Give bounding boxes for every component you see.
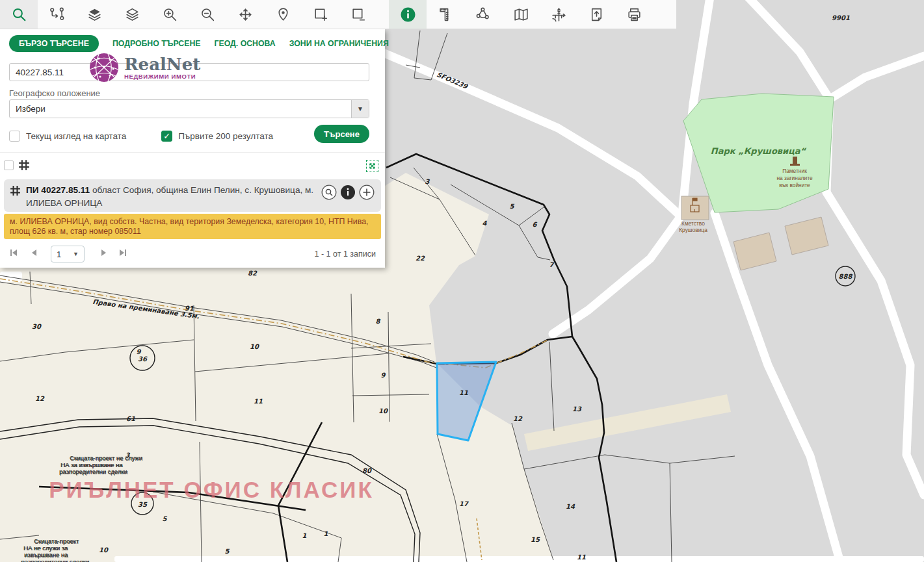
route-icon (49, 6, 65, 23)
svg-text:7: 7 (549, 261, 555, 268)
grid-icon[interactable] (18, 159, 30, 173)
next-page-button[interactable] (99, 248, 108, 257)
layers-outline-tool-button[interactable] (113, 0, 151, 29)
prev-page-button[interactable] (30, 248, 39, 257)
result-details: м. ИЛИЕВА ОРНИЦА, вид собств. Частна, ви… (4, 214, 381, 239)
location-tool-button[interactable] (264, 0, 302, 29)
export-tool-button[interactable] (577, 0, 615, 29)
geo-position-select[interactable]: Избери ▼ (9, 99, 369, 118)
svg-text:80: 80 (362, 467, 372, 474)
coordinates-icon (551, 6, 567, 23)
svg-text:12: 12 (513, 415, 523, 422)
measure-area-icon (475, 6, 492, 23)
park-label: Парк „Крушовица“ (711, 146, 807, 156)
svg-text:1: 1 (324, 530, 328, 537)
svg-text:12: 12 (35, 395, 45, 402)
result-info-icon[interactable] (340, 185, 356, 200)
svg-text:17: 17 (459, 500, 469, 507)
map-sheets-tool-button[interactable] (502, 0, 540, 29)
tab-geodetic-basis[interactable]: ГЕОД. ОСНОВА (214, 39, 275, 48)
townhall-label: КметствоКрушовица (679, 220, 707, 233)
page-select[interactable]: 1 ▼ (51, 246, 85, 262)
svg-text:15: 15 (531, 536, 540, 543)
svg-text:5: 5 (510, 203, 515, 210)
remove-extent-tool-button[interactable] (339, 0, 377, 29)
result-list-header (4, 159, 381, 173)
map-watermark: РИЪЛНЕТ ОФИС КЛАСИК (49, 477, 374, 502)
measure-length-tool-button[interactable] (427, 0, 464, 29)
svg-text:Паметник: Паметник (782, 168, 807, 174)
tab-restriction-zones[interactable]: ЗОНИ НА ОГРАНИЧЕНИЯ (289, 39, 389, 48)
route-tool-button[interactable] (38, 0, 75, 29)
map-sheets-icon (513, 6, 529, 23)
zoom-in-tool-button[interactable] (151, 0, 189, 29)
svg-text:3: 3 (425, 178, 430, 185)
grid-icon (10, 185, 21, 199)
current-view-label: Текущ изглед на картата (26, 131, 126, 141)
add-result-icon[interactable] (359, 185, 375, 200)
geo-position-label: Географско положение (9, 88, 100, 98)
svg-text:на загиналите: на загиналите (776, 175, 812, 181)
search-panel: БЪРЗО ТЪРСЕНЕ ПОДРОБНО ТЪРСЕНЕ ГЕОД. ОСН… (0, 29, 385, 268)
pan-tool-button[interactable] (226, 0, 264, 29)
svg-text:10: 10 (250, 343, 259, 350)
print-icon (626, 6, 642, 23)
coordinates-tool-button[interactable] (540, 0, 577, 29)
add-extent-tool-button[interactable] (302, 0, 339, 29)
current-view-checkbox[interactable] (9, 131, 20, 142)
first200-checkbox[interactable]: ✓ (161, 131, 172, 142)
svg-text:1: 1 (302, 532, 307, 539)
svg-text:във войните: във войните (779, 182, 810, 188)
search-button[interactable]: Търсене (314, 125, 369, 143)
zoom-in-icon (162, 6, 178, 23)
divider (0, 152, 385, 153)
zoom-out-tool-button[interactable] (189, 0, 226, 29)
measure-length-icon (438, 6, 454, 23)
info-tool-button[interactable] (389, 0, 427, 29)
measure-area-tool-button[interactable] (464, 0, 502, 29)
svg-text:22: 22 (416, 255, 425, 262)
svg-text:36: 36 (138, 355, 148, 363)
svg-text:30: 30 (32, 323, 42, 330)
print-tool-button[interactable] (615, 0, 653, 29)
tab-bar: БЪРЗО ТЪРСЕНЕ ПОДРОБНО ТЪРСЕНЕ ГЕОД. ОСН… (0, 29, 385, 52)
svg-text:Крушовица: Крушовица (679, 227, 707, 233)
search-tool-button[interactable] (0, 0, 38, 29)
app: 9901SFO3239Право на преминаване 3.5м.322… (0, 0, 924, 562)
expand-icon[interactable] (366, 160, 378, 172)
result-actions (321, 185, 375, 200)
search-icon (11, 6, 27, 23)
tab-detailed-search[interactable]: ПОДРОБНО ТЪРСЕНЕ (112, 39, 201, 48)
tab-quick-search[interactable]: БЪРЗО ТЪРСЕНЕ (9, 35, 99, 52)
chevron-down-icon[interactable]: ▼ (351, 100, 369, 118)
last-page-button[interactable] (118, 248, 127, 257)
layers-filled-icon (86, 6, 103, 23)
chevron-down-icon: ▼ (73, 251, 79, 257)
svg-text:разпоредителни сделки: разпоредителни сделки (21, 558, 90, 562)
svg-text:9: 9 (137, 348, 142, 355)
select-all-checkbox[interactable] (4, 160, 14, 170)
svg-text:Кметство: Кметство (681, 220, 705, 227)
pagination-summary: 1 - 1 от 1 записи (315, 249, 376, 259)
layers-filled-tool-button[interactable] (75, 0, 113, 29)
svg-text:61: 61 (126, 415, 135, 422)
pagination: 1 ▼ 1 - 1 от 1 записи (9, 246, 376, 262)
svg-text:13: 13 (572, 405, 582, 413)
export-icon (588, 6, 605, 23)
add-extent-icon (313, 6, 329, 23)
svg-text:11: 11 (254, 398, 263, 405)
svg-text:9901: 9901 (832, 14, 850, 21)
geo-select-value: Избери (16, 104, 46, 114)
svg-text:82: 82 (248, 270, 257, 277)
svg-text:10: 10 (99, 546, 109, 554)
location-icon (275, 6, 291, 23)
svg-text:5: 5 (225, 548, 230, 555)
road-fragment (0, 272, 22, 282)
zoom-to-result-icon[interactable] (321, 185, 337, 200)
svg-text:5: 5 (163, 515, 168, 522)
svg-text:14: 14 (566, 503, 575, 510)
first-page-button[interactable] (9, 248, 18, 257)
result-item[interactable]: ПИ 40227.85.11 област София, община Елин… (4, 179, 381, 212)
svg-text:9: 9 (381, 372, 386, 379)
search-input[interactable] (9, 63, 369, 81)
